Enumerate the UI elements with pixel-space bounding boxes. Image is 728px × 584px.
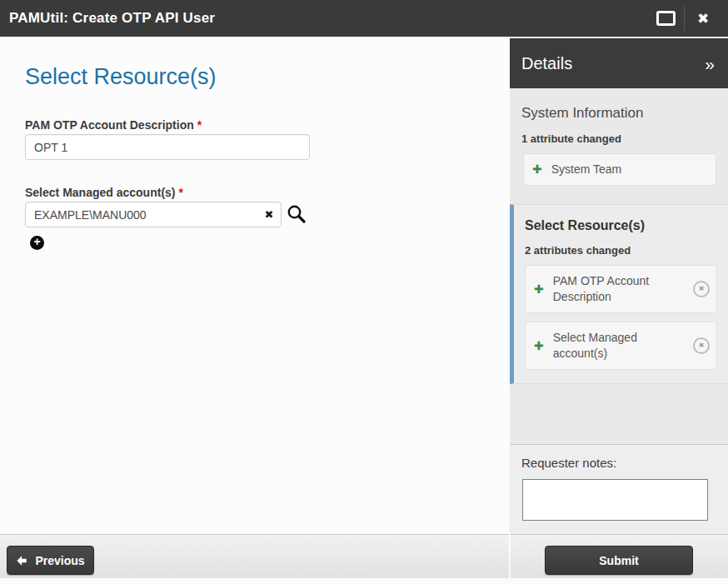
footer-left: Previous [0,534,509,578]
revert-attribute-icon[interactable]: ✖ [693,281,710,297]
required-asterisk: * [197,118,202,132]
required-asterisk: * [178,186,182,199]
bottom-strip [0,578,728,584]
attributes-changed-note: 2 attributes changed [514,233,728,257]
section-title: Select Resource(s) [514,205,728,233]
system-information-section: System Information 1 attribute changed ✚… [510,88,728,186]
revert-attribute-icon[interactable]: ✖ [693,337,710,354]
attribute-card-pam-otp-description: ✚ PAM OTP Account Description ✖ [525,265,717,313]
field-label-pam-otp-description: PAM OTP Account Description * [25,118,202,132]
close-icon: ✖ [697,10,709,27]
field-label-text: PAM OTP Account Description [25,118,194,132]
details-title: Details [521,54,572,73]
attribute-label: Select Managed account(s) [553,330,678,362]
arrow-left-icon [16,555,27,567]
section-title: System Information [510,88,728,122]
add-account-icon[interactable]: + [30,236,44,250]
requester-notes-area: Requester notes: [510,444,728,534]
revert-glyph: ✖ [699,342,705,349]
titlebar: PAMUtil: Create OTP API User ✖ [0,0,728,37]
window-title: PAMUtil: Create OTP API User [0,10,215,27]
attribute-label: System Team [551,162,676,177]
pamutil-window: PAMUtil: Create OTP API User ✖ Select Re… [0,0,728,584]
requester-notes-label: Requester notes: [510,445,728,470]
details-header: Details » [510,38,728,88]
clear-input-icon[interactable]: ✖ [260,207,278,223]
attribute-card-managed-accounts: ✚ Select Managed account(s) ✖ [525,322,717,370]
attribute-label: PAM OTP Account Description [553,273,678,305]
attribute-card-system-team: ✚ System Team [523,153,716,186]
added-attribute-icon: ✚ [532,162,542,176]
main-panel: Select Resource(s) PAM OTP Account Descr… [0,37,510,534]
revert-glyph: ✖ [699,285,705,292]
field-label-text: Select Managed account(s) [25,186,176,199]
submit-label: Submit [599,554,638,567]
footer-right: Submit [511,534,728,578]
previous-button[interactable]: Previous [7,546,94,575]
pam-otp-description-input[interactable] [25,134,310,160]
maximize-icon [656,11,676,26]
maximize-button[interactable] [647,0,684,37]
search-icon[interactable] [287,204,307,224]
page-title: Select Resource(s) [25,64,217,90]
close-button[interactable]: ✖ [685,0,721,37]
collapse-chevron-icon[interactable]: » [705,55,715,72]
titlebar-actions: ✖ [647,0,721,37]
field-label-managed-accounts: Select Managed account(s) * [25,186,183,199]
footer-divider [509,534,511,578]
requester-notes-textarea[interactable] [522,479,708,521]
added-attribute-icon: ✚ [534,339,544,352]
added-attribute-icon: ✚ [534,282,544,296]
select-resources-section: Select Resource(s) 2 attributes changed … [510,204,728,384]
managed-accounts-input[interactable] [25,202,282,227]
details-sidebar: Details » System Information 1 attribute… [510,37,728,534]
previous-label: Previous [35,554,84,567]
attributes-changed-note: 1 attribute changed [510,122,728,145]
submit-button[interactable]: Submit [545,546,693,575]
